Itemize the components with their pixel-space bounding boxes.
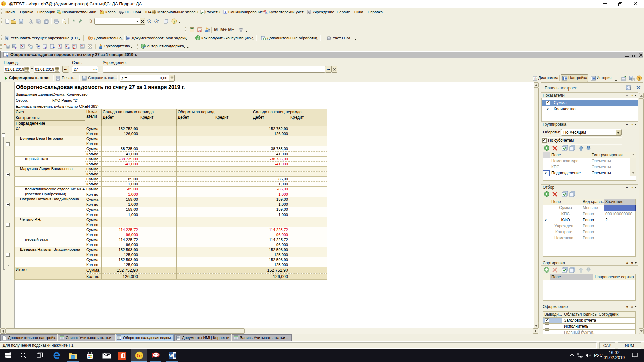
svg-text:1c: 1c [136, 353, 142, 358]
svg-text:?: ? [638, 76, 641, 80]
svg-text:1c: 1c [2, 2, 6, 6]
svg-text:Т: Т [15, 46, 17, 49]
svg-text:Σ: Σ [4, 44, 6, 47]
svg-text:Т: Т [30, 46, 32, 49]
svg-text:Т: Т [6, 55, 8, 58]
svg-text:Т: Т [120, 338, 121, 340]
svg-text:Кт: Кт [265, 12, 268, 14]
svg-text:Σ: Σ [73, 46, 75, 49]
svg-text:дк: дк [81, 44, 84, 47]
svg-text:31: 31 [198, 29, 201, 32]
svg-text:Т: Т [45, 46, 47, 49]
svg-text:W: W [169, 354, 173, 358]
svg-text:Т: Т [60, 46, 62, 49]
